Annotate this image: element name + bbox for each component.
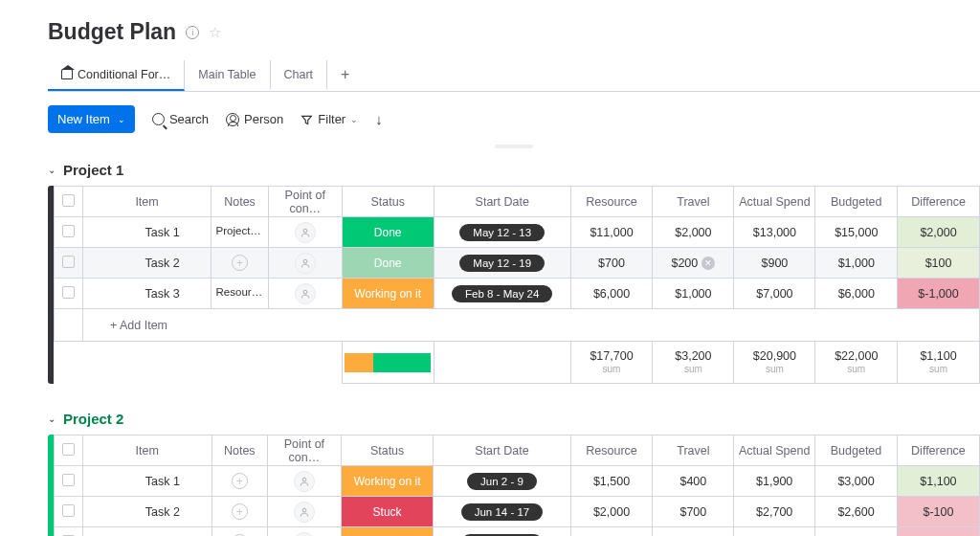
add-item-row[interactable]: + Add Item [55, 309, 980, 342]
travel-cell[interactable]: $700 [653, 497, 734, 527]
column-header-actual[interactable]: Actual Spend [734, 187, 815, 217]
select-all-checkbox[interactable] [62, 194, 75, 207]
resource-cell[interactable]: $2,000 [570, 497, 653, 527]
status-cell[interactable]: Done [342, 248, 434, 279]
column-header-travel[interactable]: Travel [653, 436, 734, 466]
difference-cell[interactable]: $100 [898, 248, 980, 279]
actual-spend-cell[interactable]: $2,700 [734, 497, 815, 527]
actual-spend-cell[interactable]: $13,000 [734, 217, 815, 248]
poc-cell[interactable] [267, 497, 341, 527]
row-checkbox[interactable] [62, 474, 75, 486]
budgeted-cell[interactable]: $2,000 [815, 527, 898, 537]
drag-handle[interactable] [495, 145, 533, 148]
date-cell[interactable]: Feb 8 - May 24 [434, 279, 570, 309]
column-header-poc[interactable]: Point of con… [267, 436, 341, 466]
difference-cell[interactable]: $1,100 [897, 466, 979, 497]
tab-main-table[interactable]: Main Table [185, 60, 270, 89]
date-cell[interactable]: May 12 - 19 [434, 248, 570, 279]
item-cell[interactable]: Task 1 [82, 466, 212, 497]
difference-cell[interactable]: $-1,000 [898, 279, 980, 309]
date-cell[interactable]: Jun 16 - 23 [434, 527, 570, 537]
add-note-icon[interactable]: + [232, 255, 248, 271]
poc-cell[interactable] [268, 279, 342, 309]
column-header-notes[interactable]: Notes [212, 187, 269, 217]
column-header-budgeted[interactable]: Budgeted [815, 436, 898, 466]
resource-cell[interactable]: $6,000 [570, 279, 653, 309]
sort-button[interactable]: ↓ [375, 111, 383, 127]
search-button[interactable]: Search [152, 112, 209, 126]
budgeted-cell[interactable]: $6,000 [815, 279, 898, 309]
column-header-status[interactable]: Status [341, 436, 433, 466]
item-cell[interactable]: Task 3 [82, 279, 211, 309]
status-cell[interactable]: Working on it [341, 466, 433, 497]
tab-conditional[interactable]: Conditional For… [48, 60, 185, 91]
poc-cell[interactable] [267, 466, 341, 497]
date-cell[interactable]: Jun 14 - 17 [434, 497, 570, 527]
poc-cell[interactable] [268, 217, 342, 248]
budgeted-cell[interactable]: $2,600 [815, 497, 898, 527]
filter-button[interactable]: Filter ⌄ [301, 112, 358, 126]
actual-spend-cell[interactable]: $900 [734, 248, 815, 279]
travel-cell[interactable]: $1,000 [653, 279, 734, 309]
notes-cell[interactable]: + [212, 497, 267, 527]
table-row[interactable]: Task 2 + Stuck Jun 14 - 17 $2,000 $700 $… [55, 497, 980, 527]
column-header-difference[interactable]: Difference [898, 187, 980, 217]
budgeted-cell[interactable]: $15,000 [815, 217, 898, 248]
status-cell[interactable]: Stuck [341, 497, 433, 527]
date-cell[interactable]: May 12 - 13 [434, 217, 570, 248]
actual-spend-cell[interactable]: $2,200 [734, 527, 815, 537]
resource-cell[interactable]: $1,500 [570, 466, 653, 497]
table-row[interactable]: Task 1 Project D… Done May 12 - 13 $11,0… [55, 217, 980, 248]
status-cell[interactable]: Done [342, 217, 434, 248]
column-header-item[interactable]: Item [82, 436, 212, 466]
date-cell[interactable]: Jun 2 - 9 [434, 466, 570, 497]
resource-cell[interactable]: $2,000 [570, 527, 653, 537]
budgeted-cell[interactable]: $1,000 [815, 248, 898, 279]
column-header-resource[interactable]: Resource [570, 187, 653, 217]
travel-cell[interactable]: $200 [653, 527, 734, 537]
group-collapse-icon[interactable]: ⌄ [48, 165, 56, 175]
add-note-icon[interactable]: + [232, 473, 248, 489]
poc-cell[interactable] [268, 248, 342, 279]
resource-cell[interactable]: $11,000 [570, 217, 653, 248]
table-row[interactable]: Task 3 + Working on it Jun 16 - 23 $2,00… [55, 527, 980, 537]
table-row[interactable]: Task 3 Resource … Working on it Feb 8 - … [55, 279, 980, 309]
select-all-checkbox[interactable] [62, 443, 75, 456]
column-header-resource[interactable]: Resource [570, 436, 653, 466]
travel-cell[interactable]: $2,000 [653, 217, 734, 248]
new-item-button[interactable]: New Item ⌄ [48, 105, 135, 133]
item-cell[interactable]: Task 1 [82, 217, 211, 248]
status-cell[interactable]: Working on it [342, 279, 434, 309]
row-checkbox[interactable] [62, 225, 75, 237]
budgeted-cell[interactable]: $3,000 [815, 466, 898, 497]
row-checkbox[interactable] [62, 286, 75, 299]
column-header-date[interactable]: Start Date [434, 187, 570, 217]
column-header-date[interactable]: Start Date [434, 436, 570, 466]
column-header-poc[interactable]: Point of con… [268, 187, 342, 217]
travel-cell[interactable]: $400 [653, 466, 734, 497]
clear-icon[interactable]: ✕ [702, 257, 715, 270]
group-title[interactable]: Project 1 [63, 162, 123, 178]
group-collapse-icon[interactable]: ⌄ [48, 413, 56, 424]
actual-spend-cell[interactable]: $7,000 [734, 279, 815, 309]
add-tab-button[interactable]: + [327, 58, 363, 91]
row-checkbox[interactable] [62, 256, 75, 268]
travel-cell[interactable]: $200✕ [653, 248, 734, 279]
difference-cell[interactable]: $-100 [897, 497, 979, 527]
column-header-notes[interactable]: Notes [212, 436, 267, 466]
table-row[interactable]: Task 2 + Done May 12 - 19 $700 $200✕ $90… [55, 248, 980, 279]
actual-spend-cell[interactable]: $1,900 [734, 466, 815, 497]
column-header-budgeted[interactable]: Budgeted [815, 187, 898, 217]
resource-cell[interactable]: $700 [570, 248, 653, 279]
poc-cell[interactable] [267, 527, 341, 537]
notes-cell[interactable]: Resource … [212, 279, 269, 309]
column-header-difference[interactable]: Difference [897, 436, 979, 466]
add-note-icon[interactable]: + [232, 503, 248, 520]
notes-cell[interactable]: Project D… [212, 217, 269, 248]
status-cell[interactable]: Working on it [341, 527, 433, 537]
notes-cell[interactable]: + [212, 248, 269, 279]
table-row[interactable]: Task 1 + Working on it Jun 2 - 9 $1,500 … [55, 466, 980, 497]
column-header-item[interactable]: Item [82, 187, 211, 217]
row-checkbox[interactable] [62, 504, 75, 517]
column-header-status[interactable]: Status [342, 187, 434, 217]
